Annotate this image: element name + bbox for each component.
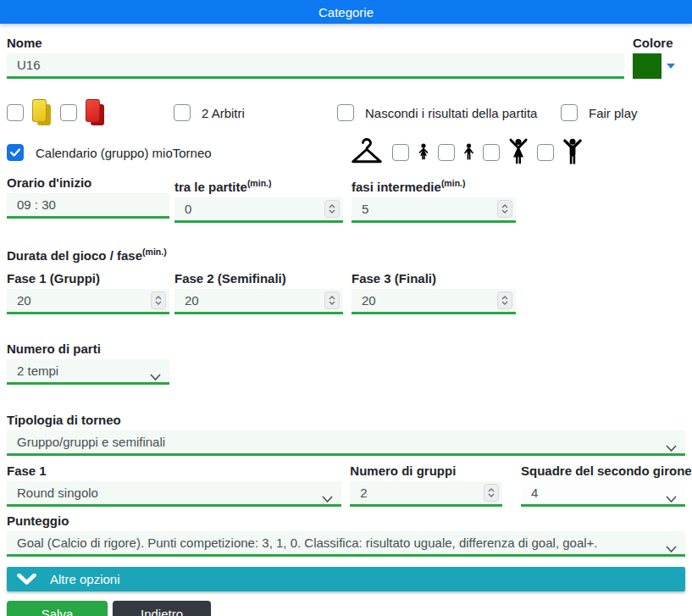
arbitri-checkbox[interactable]	[174, 104, 191, 121]
color-caret-down-icon[interactable]	[667, 64, 675, 69]
numero-gruppi-input[interactable]: 2	[350, 481, 502, 507]
fair-play-label: Fair play	[589, 106, 638, 120]
tipologia-label: Tipologia di torneo	[7, 413, 685, 428]
girl-checkbox[interactable]	[392, 144, 409, 161]
chevron-down-icon	[666, 541, 677, 555]
numero-gruppi-label: Numero di gruppi	[350, 463, 502, 479]
tra-le-partite-value: 0	[185, 202, 191, 216]
nome-value: U16	[17, 58, 41, 72]
punteggio-value: Goal (Calcio di rigore). Punti competizi…	[17, 536, 598, 550]
color-swatch[interactable]	[633, 53, 662, 79]
man-arms-up-figure-icon	[562, 138, 583, 167]
colore-label: Colore	[633, 36, 685, 51]
tra-le-partite-stepper[interactable]	[324, 200, 340, 218]
orario-inizio-value: 09 : 30	[17, 197, 56, 212]
fase1-gruppi-stepper[interactable]	[151, 291, 166, 309]
tipologia-value: Gruppo/gruppi e semifinali	[17, 435, 165, 449]
fair-play-checkbox[interactable]	[561, 104, 578, 121]
calendario-label: Calendario (gruppo) mioTorneo	[36, 146, 212, 160]
boy-figure-icon	[463, 143, 474, 163]
yellow-card-icon	[31, 99, 53, 127]
fase3-finali-input[interactable]: 20	[352, 289, 516, 314]
chevron-down-icon	[150, 369, 161, 383]
numero-gruppi-stepper[interactable]	[484, 484, 499, 502]
fase1-gruppi-input[interactable]: 20	[7, 289, 169, 314]
fase3-finali-stepper[interactable]	[497, 291, 512, 309]
fase2-semifinali-stepper[interactable]	[324, 291, 340, 309]
nome-label: Nome	[7, 36, 624, 51]
numero-parti-value: 2 tempi	[17, 363, 58, 378]
fase1-gruppi-value: 20	[17, 293, 31, 308]
page-title: Categorie	[318, 5, 374, 19]
chevron-down-icon	[322, 491, 333, 505]
indietro-button[interactable]: Indietro	[113, 601, 211, 616]
fasi-intermedie-input[interactable]: 5	[352, 197, 516, 223]
chevron-down-icon	[666, 491, 677, 505]
tra-le-partite-input[interactable]: 0	[174, 197, 343, 223]
altre-opzioni-label: Altre opzioni	[50, 572, 120, 586]
squadre-secondo-girone-label: Squadre del secondo girone	[521, 463, 685, 479]
fasi-intermedie-value: 5	[362, 202, 368, 216]
chevron-down-icon	[666, 440, 677, 454]
fase2-semifinali-value: 20	[185, 293, 199, 308]
red-card-checkbox[interactable]	[60, 104, 77, 121]
boy-checkbox[interactable]	[438, 144, 455, 161]
chevron-down-bold-icon	[17, 574, 36, 585]
nascondi-risultati-checkbox[interactable]	[337, 104, 354, 121]
punteggio-label: Punteggio	[7, 513, 685, 529]
fase1-config-label: Fase 1	[7, 463, 341, 479]
tra-le-partite-label: tra le partite(min.)	[174, 175, 343, 195]
header-bar: Categorie	[0, 0, 692, 24]
fasi-intermedie-unit: (min.)	[441, 178, 466, 188]
nascondi-risultati-label: Nascondi i risultati della partita	[365, 106, 537, 120]
category-form: Nome U16 Colore	[0, 24, 692, 616]
fase2-semifinali-label: Fase 2 (Semifinali)	[174, 271, 343, 286]
calendario-checkbox[interactable]	[7, 144, 24, 161]
fasi-intermedie-label: fasi intermedie(min.)	[352, 175, 516, 195]
orario-inizio-input[interactable]: 09 : 30	[7, 193, 169, 219]
fase3-finali-label: Fase 3 (Finali)	[352, 271, 516, 286]
fase3-finali-value: 20	[362, 293, 376, 308]
woman-checkbox[interactable]	[483, 144, 500, 161]
clothes-hanger-icon	[350, 137, 384, 169]
fase1-gruppi-label: Fase 1 (Gruppi)	[7, 271, 169, 286]
squadre-secondo-girone-select[interactable]: 4	[521, 481, 685, 507]
durata-heading: Durata del gioco / fase(min.)	[7, 247, 685, 263]
fase2-semifinali-input[interactable]: 20	[174, 289, 343, 314]
durata-unit: (min.)	[142, 247, 167, 257]
tipologia-select[interactable]: Gruppo/gruppi e semifinali	[7, 430, 685, 456]
altre-opzioni-toggle[interactable]: Altre opzioni	[7, 567, 685, 591]
nome-input[interactable]: U16	[7, 53, 624, 79]
squadre-secondo-girone-value: 4	[531, 486, 538, 500]
arbitri-label: 2 Arbitri	[202, 106, 245, 120]
man-checkbox[interactable]	[537, 144, 554, 161]
punteggio-select[interactable]: Goal (Calcio di rigore). Punti competizi…	[7, 531, 685, 557]
fase1-config-value: Round singolo	[17, 486, 98, 500]
numero-gruppi-value: 2	[360, 486, 367, 500]
tra-le-partite-unit: (min.)	[247, 178, 272, 188]
numero-parti-select[interactable]: 2 tempi	[7, 359, 169, 385]
girl-figure-icon	[418, 143, 429, 163]
orario-inizio-label: Orario d'inizio	[7, 175, 169, 191]
woman-arms-up-figure-icon	[508, 138, 529, 167]
numero-parti-label: Numero di parti	[7, 341, 169, 357]
salva-button[interactable]: Salva	[7, 601, 108, 616]
red-card-icon	[85, 99, 106, 127]
fasi-intermedie-stepper[interactable]	[497, 200, 512, 218]
yellow-card-checkbox[interactable]	[7, 104, 24, 121]
fase1-config-select[interactable]: Round singolo	[7, 481, 341, 507]
